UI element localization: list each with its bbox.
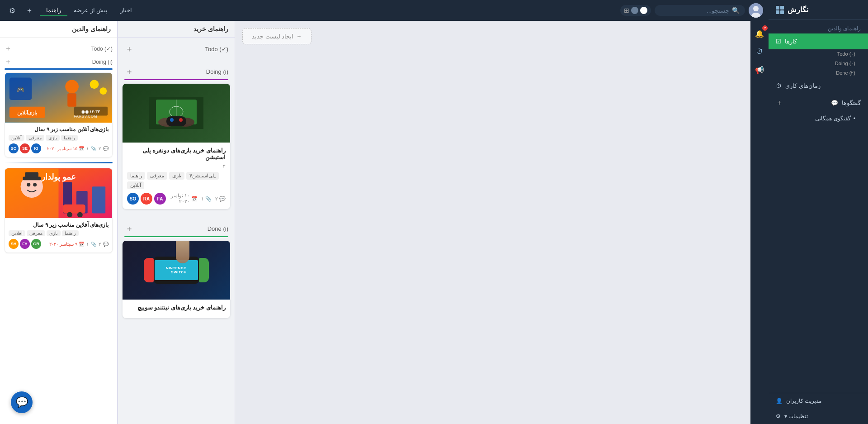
- kanban-card-ps4[interactable]: راهنمای خرید بازی‌های دونفره پلی استیشن …: [123, 84, 230, 209]
- svg-rect-9: [166, 116, 186, 126]
- svg-point-27: [27, 183, 30, 186]
- svg-rect-16: [67, 93, 76, 107]
- right-card-image-game1: 🎮 بازی‌آنلاین FARSV.COM: [5, 73, 112, 123]
- sidebar: نگارش راهنمای والدین کارها ☑ (۰) Todo (۰…: [769, 0, 868, 424]
- right-card-avatars-2: GR FA SH: [9, 239, 41, 249]
- chat-fab-button[interactable]: 💬: [11, 391, 33, 413]
- svg-point-18: [99, 87, 107, 95]
- avatar-fa: FA: [154, 193, 166, 205]
- tag-game: بازی: [169, 172, 184, 180]
- right-panel-scroll[interactable]: (✓) Todo ＋ (i) Doing ＋: [0, 38, 117, 424]
- grid-icon: [776, 6, 784, 14]
- empty-board-area: ＋ ایجاد لیست جدید: [235, 21, 750, 424]
- sidebar-item-tasks[interactable]: کارها ☑: [769, 33, 868, 49]
- clock-icon: ⏱: [776, 82, 782, 89]
- plus-icon[interactable]: ＋: [776, 98, 783, 108]
- tag-guide: راهنما: [127, 172, 145, 180]
- tab-guide[interactable]: راهنما: [40, 5, 67, 16]
- app-name: نگارش: [788, 5, 808, 14]
- right-card-online-games[interactable]: 🎮 بازی‌آنلاین FARSV.COM: [5, 72, 113, 157]
- card-body-switch: راهنمای خرید بازی‌های نینتندو سوییچ: [123, 300, 230, 318]
- tag-ps4: پلی‌استیشن‌۴: [186, 172, 219, 180]
- sidebar-item-worktimes[interactable]: زمان‌های کاری ⏱: [769, 78, 868, 94]
- sidebar-bottom: مدیریت کاربران 👤 تنظیمات ▾ ⚙: [769, 393, 868, 424]
- card-avatars: FA RA SO: [127, 193, 166, 205]
- view-toggle[interactable]: ⊞: [620, 5, 651, 16]
- right-card-date-1: 📅 ۱۵ سپتامبر ۲۰۲۰: [47, 146, 84, 151]
- right-card-footer-1: 💬 ۲ 📎 ۱ 📅 ۱۵ سپتامبر ۲۰۲۰ KI SE SO: [9, 143, 108, 153]
- comment-count: 💬 ۲: [215, 196, 226, 202]
- svg-point-35: [67, 212, 72, 217]
- gear-icon: ⚙: [776, 413, 781, 419]
- kanban-done-column: (i) Done ＋ NINTENDOSWITCH: [118, 217, 235, 326]
- avatar-sh: SH: [9, 239, 19, 249]
- tag-online: آنلاین: [127, 181, 144, 189]
- sidebar-item-user-mgmt[interactable]: مدیریت کاربران 👤: [769, 393, 868, 409]
- todo-add-button[interactable]: ＋: [124, 44, 134, 54]
- joycon-right: [199, 258, 209, 282]
- grid-view-icon: ⊞: [624, 7, 629, 14]
- svg-rect-33: [92, 186, 106, 213]
- settings-label: تنظیمات ▾: [784, 413, 808, 419]
- kanban-todo-column: (✓) Todo ＋: [118, 38, 235, 60]
- tab-pre-launch[interactable]: پیش از عرضه: [67, 5, 114, 16]
- svg-point-10: [170, 118, 174, 122]
- right-todo-title: (✓) Todo: [91, 46, 113, 52]
- navbar-tabs: اخبار پیش از عرضه راهنما: [40, 5, 138, 16]
- todo-col-title: (✓) Todo: [205, 46, 228, 52]
- kanban-scroll-area[interactable]: (✓) Todo ＋ (i) Doing ＋: [118, 38, 235, 424]
- new-list-label: ایجاد لیست جدید: [252, 33, 293, 40]
- sidebar-item-chats[interactable]: گفتگوها 💬 ＋: [769, 94, 868, 112]
- right-card-offline-games[interactable]: عمو پولدار بازی‌های آفلاین مناسب زیر ۹ س…: [5, 168, 113, 253]
- settings-button[interactable]: ⚙: [5, 4, 19, 17]
- comment-icon: 💬: [103, 146, 108, 151]
- kanban-header: راهنمای خرید: [118, 21, 235, 38]
- kanban-doing-column: (i) Doing ＋: [118, 60, 235, 217]
- avatar-se: SE: [20, 143, 30, 153]
- new-list-button[interactable]: ＋ ایجاد لیست جدید: [242, 28, 311, 44]
- kanban-card-switch[interactable]: NINTENDOSWITCH راهنمای خرید بازی‌های نین…: [123, 241, 230, 318]
- avatar[interactable]: [749, 3, 763, 18]
- svg-text:۱۲:۳۳ ◉◉: ۱۲:۳۳ ◉◉: [81, 110, 100, 114]
- right-card-avatars-1: KI SE SO: [9, 143, 41, 153]
- user-mgmt-label: مدیریت کاربران: [786, 398, 821, 404]
- right-todo-add[interactable]: ＋: [5, 44, 12, 53]
- card-title: راهنمای خرید بازی‌های دونفره پلی استیشن: [127, 147, 226, 161]
- sidebar-item-worktimes-label: زمان‌های کاری: [785, 82, 821, 89]
- search-input[interactable]: [660, 7, 729, 14]
- avatar-ra: RA: [141, 193, 152, 205]
- right-card-image-game2: عمو پولدار: [5, 168, 112, 218]
- done-add-button[interactable]: ＋: [124, 224, 134, 233]
- done-col-header: (i) Done ＋: [118, 221, 235, 236]
- bell-button[interactable]: 🔔 7: [752, 26, 767, 41]
- right-card-title-1: بازی‌های آنلاین مناسب زیر ۹ سال: [9, 126, 108, 133]
- right-todo-header: (✓) Todo ＋: [5, 42, 113, 55]
- sidebar-item-public-chat[interactable]: گفتگوی همگانی: [769, 112, 868, 125]
- attachment-count: 📎 ۱: [201, 196, 212, 202]
- card-image-controller: [123, 84, 230, 143]
- tag-intro: معرفی: [147, 172, 167, 180]
- svg-rect-34: [63, 205, 85, 214]
- tasks-icon: ☑: [776, 38, 781, 45]
- sidebar-item-settings[interactable]: تنظیمات ▾ ⚙: [769, 409, 868, 424]
- search-bar[interactable]: 🔍: [655, 5, 745, 16]
- notification-badge: 7: [762, 25, 768, 31]
- tag-intro2: معرفی: [27, 230, 45, 236]
- svg-point-17: [90, 80, 99, 89]
- svg-text:بازی‌آنلاین: بازی‌آنلاین: [17, 110, 37, 116]
- comment-icon2: 💬: [103, 242, 108, 247]
- right-card-tags-2: راهنما بازی معرفی آفلاین: [9, 230, 108, 236]
- megaphone-button[interactable]: 📢: [752, 62, 767, 77]
- card-number: ۴: [127, 163, 226, 169]
- user-icon: 👤: [776, 398, 783, 404]
- plus-button[interactable]: ＋: [23, 4, 36, 17]
- tab-news[interactable]: اخبار: [114, 5, 138, 16]
- main-content: 🔍 ⊞ اخبار پیش از عرضه راهنما ＋ ⚙ 🔔 7 ⏱ 📢: [0, 0, 769, 424]
- tag-game2: بازی: [47, 230, 61, 236]
- done-col-title: (i) Done: [208, 225, 228, 232]
- tag-guide: راهنما: [61, 135, 78, 141]
- doing-add-button[interactable]: ＋: [124, 67, 134, 76]
- card-body: راهنمای خرید بازی‌های دونفره پلی استیشن …: [123, 143, 230, 209]
- right-doing-add[interactable]: ＋: [5, 57, 12, 67]
- clock-button[interactable]: ⏱: [752, 44, 767, 59]
